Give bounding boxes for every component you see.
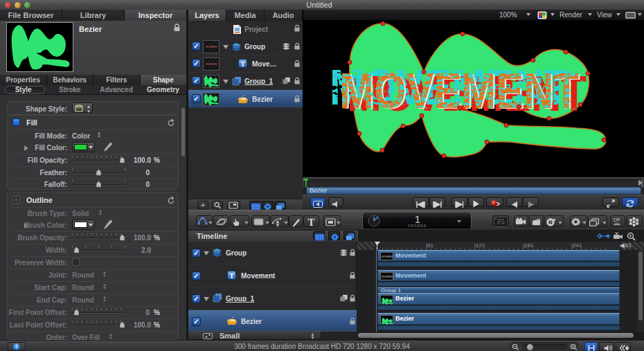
svg-text:▼: ▼ [87,109,91,113]
svg-text:▲: ▲ [87,105,91,109]
